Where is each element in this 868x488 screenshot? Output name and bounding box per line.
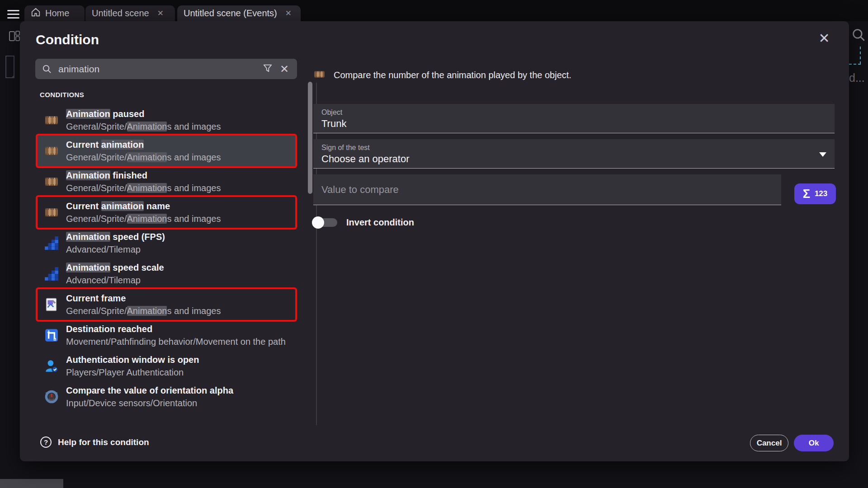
condition-dialog: Condition ✕ ✕ CONDITIONS Animation pause… <box>20 21 849 461</box>
condition-list-item[interactable]: Animation speed (FPS)Advanced/Tilemap <box>38 228 295 258</box>
field-label: Sign of the test <box>321 144 370 152</box>
condition-item-title: Compare the value of orientation alpha <box>66 384 233 397</box>
cancel-button[interactable]: Cancel <box>750 435 788 451</box>
condition-list-item[interactable]: Animation speed scaleAdvanced/Tilemap <box>38 258 295 289</box>
selection-dashed-border <box>849 64 861 65</box>
orientation-icon <box>44 389 59 404</box>
svg-text:B: B <box>53 337 56 342</box>
tab-untitled-scene-events[interactable]: Untitled scene (Events) ✕ <box>177 5 301 21</box>
condition-item-text: Current animation nameGeneral/Sprite/Ani… <box>66 200 221 225</box>
app-top-bar: Home Untitled scene ✕ Untitled scene (Ev… <box>0 0 868 21</box>
sigma-icon: Σ <box>803 187 810 201</box>
condition-list-item[interactable]: Authentication window is openPlayers/Pla… <box>38 351 295 381</box>
condition-item-path: Movement/Pathfinding behavior/Movement o… <box>66 335 286 348</box>
dialog-title: Condition <box>36 32 99 47</box>
menu-hamburger-icon[interactable] <box>7 10 19 19</box>
search-icon[interactable] <box>851 27 866 44</box>
close-icon[interactable]: ✕ <box>814 28 834 48</box>
home-icon <box>31 7 41 19</box>
background-panel-fragment <box>5 56 14 78</box>
condition-item-text: Authentication window is openPlayers/Pla… <box>66 353 199 379</box>
condition-item-text: Destination reachedMovement/Pathfinding … <box>66 323 286 348</box>
selection-dashed-border <box>860 47 861 64</box>
condition-list-item[interactable]: A BDestination reachedMovement/Pathfindi… <box>38 320 295 351</box>
condition-list-item[interactable]: Current animation nameGeneral/Sprite/Ani… <box>38 197 295 228</box>
condition-item-title: Animation speed scale <box>66 261 164 274</box>
tab-home[interactable]: Home <box>24 5 85 21</box>
question-mark-icon: ? <box>40 436 52 448</box>
objects-panel-icon[interactable] <box>9 30 20 44</box>
condition-item-text: Animation finishedGeneral/Sprite/Animati… <box>66 169 221 194</box>
condition-item-text: Current animationGeneral/Sprite/Animatio… <box>66 138 221 164</box>
condition-item-title: Animation finished <box>66 169 221 182</box>
search-icon <box>42 64 52 74</box>
background-panel-fragment <box>0 479 63 488</box>
tab-label: Untitled scene <box>92 8 149 19</box>
player-auth-icon <box>44 358 59 374</box>
condition-item-path: Advanced/Tilemap <box>66 243 165 256</box>
film-reel-icon <box>44 205 59 220</box>
condition-list-item[interactable]: Animation finishedGeneral/Sprite/Animati… <box>38 166 295 197</box>
condition-item-text: Animation speed scaleAdvanced/Tilemap <box>66 261 164 286</box>
condition-item-title: Animation speed (FPS) <box>66 230 165 243</box>
search-bar[interactable]: ✕ <box>35 59 297 79</box>
description-text: Compare the number of the animation play… <box>334 70 571 80</box>
tab-untitled-scene[interactable]: Untitled scene ✕ <box>85 5 175 21</box>
condition-item-path: General/Sprite/Animations and images <box>66 120 221 133</box>
field-value: Choose an operator <box>321 153 409 165</box>
film-reel-icon <box>44 113 59 128</box>
condition-item-title: Authentication window is open <box>66 353 199 366</box>
condition-item-title: Current animation <box>66 138 221 151</box>
condition-item-text: Animation pausedGeneral/Sprite/Animation… <box>66 108 221 133</box>
condition-item-path: General/Sprite/Animations and images <box>66 151 221 164</box>
condition-item-text: Current frameGeneral/Sprite/Animations a… <box>66 292 221 317</box>
object-field[interactable]: Object Trunk <box>313 104 835 133</box>
tab-close-icon[interactable]: ✕ <box>285 9 292 18</box>
condition-item-title: Animation paused <box>66 108 221 120</box>
condition-item-path: General/Sprite/Animations and images <box>66 212 221 225</box>
condition-item-path: Input/Device sensors/Orientation <box>66 397 233 409</box>
pathfinding-icon: A B <box>44 328 59 343</box>
clear-search-icon[interactable]: ✕ <box>276 62 292 76</box>
condition-item-title: Current frame <box>66 292 221 305</box>
expression-builder-button[interactable]: Σ 123 <box>794 183 836 204</box>
condition-list-item[interactable]: Animation pausedGeneral/Sprite/Animation… <box>38 105 295 136</box>
condition-item-path: Advanced/Tilemap <box>66 274 164 286</box>
filter-icon[interactable] <box>259 61 276 76</box>
film-reel-icon <box>44 174 59 189</box>
tab-label: Home <box>45 8 69 19</box>
ok-button[interactable]: Ok <box>794 435 834 451</box>
condition-item-path: General/Sprite/Animations and images <box>66 182 221 194</box>
conditions-list: CONDITIONS Animation pausedGeneral/Sprit… <box>35 83 302 419</box>
tab-label: Untitled scene (Events) <box>184 8 277 19</box>
invert-condition-label: Invert condition <box>346 216 414 229</box>
help-link[interactable]: ? Help for this condition <box>40 436 149 448</box>
condition-list-item[interactable]: Current animationGeneral/Sprite/Animatio… <box>38 136 295 166</box>
condition-item-path: General/Sprite/Animations and images <box>66 305 221 317</box>
condition-list-item[interactable]: Compare the value of orientation alphaIn… <box>38 381 295 412</box>
tilemap-icon <box>44 266 59 282</box>
scrollbar-track <box>316 83 317 425</box>
field-value: Trunk <box>321 118 346 130</box>
condition-item-title: Destination reached <box>66 323 286 335</box>
svg-text:A: A <box>47 329 50 334</box>
value-field[interactable] <box>313 174 781 205</box>
condition-list-item[interactable]: Current frameGeneral/Sprite/Animations a… <box>38 289 295 320</box>
value-input[interactable] <box>321 174 769 205</box>
film-reel-icon <box>44 143 59 159</box>
condition-item-path: Players/Player Authentication <box>66 366 199 379</box>
section-header: CONDITIONS <box>40 91 302 99</box>
invert-condition-toggle[interactable] <box>312 216 340 229</box>
tab-close-icon[interactable]: ✕ <box>157 9 164 18</box>
condition-item-text: Animation speed (FPS)Advanced/Tilemap <box>66 230 165 256</box>
clipped-background-text: d... <box>849 71 865 84</box>
condition-item-text: Compare the value of orientation alphaIn… <box>66 384 233 409</box>
condition-item-title: Current animation name <box>66 200 221 212</box>
film-reel-icon <box>313 68 326 82</box>
condition-description: Compare the number of the animation play… <box>313 68 571 82</box>
tilemap-icon <box>44 235 59 251</box>
scrollbar-thumb[interactable] <box>308 82 312 194</box>
frame-icon <box>44 297 59 312</box>
search-input[interactable] <box>58 64 259 75</box>
operator-select[interactable]: Sign of the test Choose an operator <box>313 139 835 169</box>
